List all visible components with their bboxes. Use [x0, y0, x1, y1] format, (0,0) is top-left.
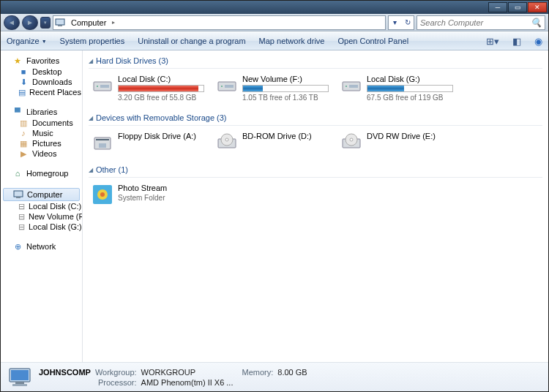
svg-rect-1: [58, 25, 62, 26]
system-properties-button[interactable]: System properties: [60, 37, 125, 45]
drive-tile[interactable]: DVD RW Drive (E:): [337, 129, 456, 157]
body: ★Favorites ■Desktop ⬇Downloads ▤Recent P…: [1, 50, 548, 362]
drive-name: New Volume (F:): [242, 75, 329, 83]
hdd-icon: [340, 75, 362, 97]
recent-button[interactable]: ▾: [40, 17, 51, 29]
drive-name: BD-ROM Drive (D:): [242, 132, 329, 140]
drive-name: DVD RW Drive (E:): [367, 132, 453, 140]
music-icon: ♪: [18, 129, 29, 137]
uninstall-button[interactable]: Uninstall or change a program: [138, 37, 245, 45]
search-icon[interactable]: 🔍: [531, 18, 542, 28]
svg-rect-12: [349, 85, 358, 88]
drive-name: Local Disk (C:): [118, 75, 204, 83]
svg-point-8: [221, 86, 223, 87]
usage-bar: [242, 85, 329, 92]
sidebar-item-disk-g[interactable]: ⊟Local Disk (G:): [1, 222, 82, 232]
drive-name: Local Disk (G:): [367, 75, 453, 83]
pictures-icon: ▦: [18, 139, 29, 148]
memory-value: 8.00 GB: [277, 368, 307, 377]
recent-icon: ▤: [18, 88, 26, 97]
sidebar-item-recent[interactable]: ▤Recent Places: [1, 87, 82, 97]
svg-rect-28: [12, 384, 27, 386]
sidebar-item-downloads[interactable]: ⬇Downloads: [1, 77, 82, 87]
drive-tile[interactable]: Floppy Disk Drive (A:): [89, 129, 207, 157]
control-panel-button[interactable]: Open Control Panel: [337, 37, 408, 45]
sidebar-computer: Computer ⊟Local Disk (C:) ⊟New Volume (F…: [1, 188, 82, 232]
titlebar[interactable]: ─ ▭ ✕: [1, 1, 548, 14]
removable-icon: [216, 132, 238, 154]
photostream-icon: [92, 184, 113, 206]
svg-point-21: [350, 138, 353, 141]
svg-rect-26: [11, 370, 29, 380]
computer-icon: [55, 18, 65, 27]
sidebar-item-pictures[interactable]: ▦Pictures: [1, 138, 82, 148]
sidebar-libraries: ▀Libraries ▥Documents ♪Music ▦Pictures ▶…: [1, 106, 82, 159]
drive-tile[interactable]: BD-ROM Drive (D:): [213, 129, 332, 157]
address-bar: ◄ ► ▾ Computer ▸ ▾ ↻ 🔍: [1, 14, 548, 31]
close-button[interactable]: ✕: [528, 2, 547, 12]
sidebar-favorites: ★Favorites ■Desktop ⬇Downloads ▤Recent P…: [1, 55, 82, 97]
addr-dropdown-button[interactable]: ▾: [389, 16, 401, 29]
view-button[interactable]: ⊞▾: [486, 36, 499, 47]
sidebar-item-disk-c[interactable]: ⊟Local Disk (C:): [1, 201, 82, 211]
folder-type: System Folder: [118, 194, 204, 202]
chevron-down-icon: ▼: [42, 39, 47, 44]
content-pane: ◢Hard Disk Drives (3) Local Disk (C:) 3.…: [83, 50, 548, 362]
navigation-pane: ★Favorites ■Desktop ⬇Downloads ▤Recent P…: [1, 50, 83, 362]
minimize-button[interactable]: ─: [488, 2, 507, 12]
drive-tile[interactable]: Local Disk (G:) 67.5 GB free of 119 GB: [337, 72, 456, 105]
disk-icon: ⊟: [18, 212, 25, 221]
svg-rect-14: [96, 139, 109, 140]
details-pane: JOHNSCOMP Workgroup: WORKGROUP Memory: 8…: [1, 362, 548, 391]
svg-point-5: [97, 86, 98, 87]
disk-icon: ⊟: [18, 202, 25, 211]
address-box[interactable]: Computer ▸: [53, 15, 386, 30]
svg-rect-0: [56, 19, 64, 25]
videos-icon: ▶: [18, 149, 29, 158]
sidebar-network-header[interactable]: ⊕Network: [1, 241, 82, 252]
sidebar-computer-header[interactable]: Computer: [3, 188, 80, 201]
svg-point-24: [100, 192, 105, 197]
maximize-button[interactable]: ▭: [508, 2, 527, 12]
section-hdd[interactable]: ◢Hard Disk Drives (3): [89, 53, 542, 69]
svg-rect-27: [15, 382, 24, 384]
svg-rect-9: [225, 85, 234, 88]
workgroup-value: WORKGROUP: [141, 368, 234, 377]
star-icon: ★: [12, 56, 23, 65]
sidebar-item-documents[interactable]: ▥Documents: [1, 118, 82, 128]
sidebar-item-music[interactable]: ♪Music: [1, 128, 82, 138]
sidebar-item-desktop[interactable]: ■Desktop: [1, 67, 82, 77]
preview-pane-button[interactable]: ◧: [512, 36, 521, 47]
drive-tile[interactable]: New Volume (F:) 1.05 TB free of 1.36 TB: [213, 72, 332, 105]
help-button[interactable]: ◉: [534, 36, 542, 47]
folder-tile[interactable]: Photo StreamSystem Folder: [89, 181, 207, 208]
search-input[interactable]: [420, 18, 531, 27]
processor-label: Processor:: [95, 378, 137, 387]
refresh-button[interactable]: ↻: [401, 16, 414, 29]
workgroup-label: Workgroup:: [95, 368, 137, 377]
computer-name: JOHNSCOMP: [39, 368, 91, 377]
sidebar-item-videos[interactable]: ▶Videos: [1, 148, 82, 159]
svg-rect-15: [99, 143, 106, 148]
homegroup-icon: ⌂: [12, 169, 23, 178]
refresh-box: ▾ ↻: [388, 15, 414, 30]
back-button[interactable]: ◄: [4, 15, 20, 30]
sidebar-item-disk-f[interactable]: ⊟New Volume (F:): [1, 211, 82, 222]
svg-rect-3: [16, 197, 20, 198]
breadcrumb-computer[interactable]: Computer: [68, 16, 109, 29]
usage-bar: [118, 85, 204, 92]
breadcrumb-chevron-icon[interactable]: ▸: [112, 19, 115, 26]
network-icon: ⊕: [12, 242, 23, 251]
sidebar-homegroup-header[interactable]: ⌂Homegroup: [1, 167, 82, 179]
sidebar-network: ⊕Network: [1, 241, 82, 252]
section-removable[interactable]: ◢Devices with Removable Storage (3): [89, 110, 542, 126]
organize-button[interactable]: Organize ▼: [7, 37, 47, 45]
search-box[interactable]: 🔍: [417, 15, 545, 30]
map-drive-button[interactable]: Map network drive: [259, 37, 325, 45]
collapse-icon: ◢: [89, 115, 93, 121]
sidebar-favorites-header[interactable]: ★Favorites: [1, 55, 82, 67]
forward-button[interactable]: ►: [22, 15, 38, 30]
sidebar-libraries-header[interactable]: ▀Libraries: [1, 106, 82, 118]
section-other[interactable]: ◢Other (1): [89, 162, 542, 178]
drive-tile[interactable]: Local Disk (C:) 3.20 GB free of 55.8 GB: [89, 72, 207, 105]
